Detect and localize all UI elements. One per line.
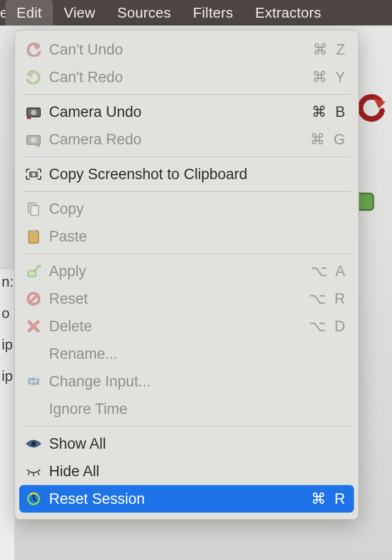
eye-closed-icon [23,462,45,481]
menu-separator [23,254,351,254]
camera-redo-icon [23,130,45,149]
apply-icon [23,262,45,281]
bg-text-2: ip [0,332,14,363]
menu-item-label: Rename... [49,346,298,363]
menu-item-hide-all[interactable]: Hide All [15,457,358,485]
menu-item-label: Hide All [49,463,298,480]
svg-point-11 [32,173,36,176]
menu-separator [23,94,351,95]
menubar-item-sources[interactable]: Sources [106,0,182,25]
menu-item-shortcut: ⌘ Z [298,41,347,58]
svg-rect-13 [31,206,39,216]
menu-item-camera-undo[interactable]: Camera Undo ⌘ B [15,98,358,126]
menu-item-label: Camera Redo [49,131,298,148]
redo-icon [23,68,45,87]
menu-item-reset-session[interactable]: Reset Session ⌘ R [19,485,354,513]
menu-item-rename: Rename... [15,340,358,368]
menu-item-label: Delete [49,318,298,335]
svg-point-5 [31,110,36,115]
big-undo-icon [357,92,386,122]
menubar: e Edit View Sources Filters Extractors [0,0,392,25]
menu-item-shortcut: ⌥ D [298,317,347,335]
menu-item-change-input: Change Input... [15,368,358,395]
menu-item-shortcut: ⌘ B [298,103,347,121]
menu-item-cant-redo: Can't Redo ⌘ Y [15,63,358,91]
menu-item-paste: Paste [15,223,358,250]
left-panel-fragment: n: o ip ip [0,268,14,560]
menubar-item-extractors[interactable]: Extractors [244,0,332,25]
menu-item-label: Ignore Time [49,401,298,418]
svg-line-25 [28,472,29,475]
camera-undo-icon [23,103,45,121]
menu-item-show-all[interactable]: Show All [15,430,358,457]
menu-item-copy: Copy [15,195,358,223]
menu-item-label: Paste [49,228,298,245]
svg-marker-23 [30,381,35,386]
menu-item-shortcut: ⌘ G [298,131,347,148]
menubar-item-view[interactable]: View [53,0,106,25]
edit-menu-dropdown: Can't Undo ⌘ Z Can't Redo ⌘ Y Camera Und… [14,30,359,520]
copy-icon [23,200,45,218]
menu-item-label: Change Input... [49,373,298,390]
menu-item-shortcut: ⌘ Y [298,68,347,86]
menu-item-shortcut: ⌘ R [298,490,347,508]
menu-item-label: Copy [49,201,298,218]
paste-icon [23,227,45,246]
svg-line-19 [30,295,37,303]
bg-text-3: ip [0,363,14,395]
menu-separator [23,157,351,157]
menu-item-label: Reset Session [49,491,298,508]
menu-item-label: Can't Redo [49,69,298,86]
camera-copy-icon [23,165,45,184]
menu-separator [23,191,351,192]
menu-item-label: Copy Screenshot to Clipboard [49,166,298,183]
svg-rect-14 [29,231,39,243]
reset-icon [23,289,45,308]
menu-item-label: Show All [49,435,298,453]
menubar-item-filters[interactable]: Filters [182,0,244,25]
menu-item-delete: Delete ⌥ D [15,313,358,340]
menu-item-apply: Apply ⌥ A [15,257,358,285]
delete-icon [23,317,45,336]
menu-item-ignore-time: Ignore Time [15,395,358,423]
svg-marker-22 [32,377,37,381]
eye-open-icon [23,434,45,453]
menu-item-cant-undo: Can't Undo ⌘ Z [15,36,358,63]
svg-point-24 [31,441,36,446]
svg-rect-15 [31,230,36,233]
menubar-prev-fragment: e [0,4,6,21]
menu-item-shortcut: ⌥ A [298,262,347,280]
svg-line-27 [38,472,39,475]
reset-session-icon [23,489,45,508]
bg-text-1: o [0,300,14,332]
menu-item-copy-screenshot[interactable]: Copy Screenshot to Clipboard [15,160,358,188]
menubar-item-edit[interactable]: Edit [6,0,53,25]
menu-item-reset: Reset ⌥ R [15,285,358,313]
bg-text-0: n: [0,269,14,300]
svg-line-30 [34,499,36,500]
menu-item-label: Camera Undo [49,104,298,121]
menu-separator [23,426,351,427]
menu-item-label: Apply [49,263,298,280]
menu-item-label: Can't Undo [49,41,298,58]
undo-icon [23,40,45,59]
svg-point-8 [31,137,36,143]
menu-item-label: Reset [49,290,298,308]
menu-item-camera-redo: Camera Redo ⌘ G [15,126,358,153]
change-input-icon [23,372,45,391]
menu-item-shortcut: ⌥ R [298,290,347,308]
